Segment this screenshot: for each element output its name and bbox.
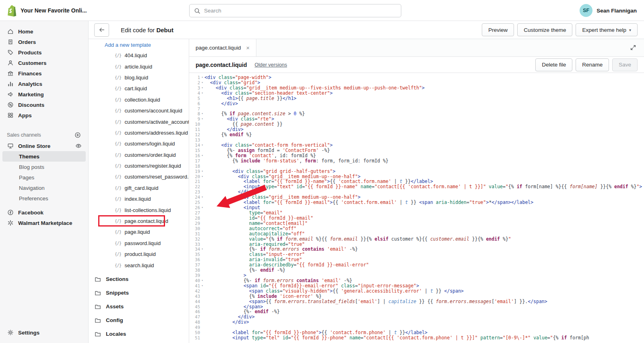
code-line[interactable]: 10 {{ page.content }} xyxy=(189,122,644,127)
sidebar-item-discounts[interactable]: Discounts xyxy=(0,100,88,110)
file-index-liquid[interactable]: {/}index.liquid xyxy=(89,193,189,204)
code-line[interactable]: 11 </div> xyxy=(189,127,644,132)
rename-button[interactable]: Rename xyxy=(576,58,609,71)
customize-theme-button[interactable]: Customize theme xyxy=(517,23,572,36)
file-product-liquid[interactable]: {/}product.liquid xyxy=(89,249,189,260)
fold-arrow-icon[interactable]: ▾ xyxy=(200,153,204,158)
file-customers-activate-account-liquid[interactable]: {/}customers/activate_account.liquid xyxy=(89,116,189,127)
file-customers-login-liquid[interactable]: {/}customers/login.liquid xyxy=(89,138,189,149)
sidebar-item-label: Walmart Marketplace xyxy=(18,220,72,226)
fold-arrow-icon[interactable]: ▾ xyxy=(200,195,204,200)
fold-arrow-icon[interactable]: ▾ xyxy=(200,169,204,174)
fold-arrow-icon[interactable]: ▾ xyxy=(200,91,204,96)
file-customers-account-liquid[interactable]: {/}customers/account.liquid xyxy=(89,105,189,116)
sidebar-item-label: Blog posts xyxy=(19,164,44,170)
fold-arrow-icon[interactable]: ▾ xyxy=(200,143,204,148)
code-line[interactable]: 48 </div> xyxy=(189,320,644,325)
sidebar-item-customers[interactable]: Customers xyxy=(0,58,88,68)
add-sales-channel-icon[interactable] xyxy=(74,132,81,138)
fold-arrow-icon xyxy=(200,221,204,226)
search-input[interactable]: Search xyxy=(189,4,401,17)
code-line[interactable]: 12 {% endif %} xyxy=(189,132,644,137)
code-area[interactable]: 1▾<div class="page-width">2▾ <div class=… xyxy=(189,73,644,343)
user-name: Sean Flannigan xyxy=(597,8,637,14)
sidebar-item-preferences[interactable]: Preferences xyxy=(2,193,86,204)
older-versions-link[interactable]: Older versions xyxy=(255,62,287,68)
user-menu[interactable]: SF Sean Flannigan xyxy=(580,4,637,17)
shopify-logo-icon[interactable] xyxy=(6,4,17,17)
search-placeholder: Search xyxy=(204,8,221,14)
save-button[interactable]: Save xyxy=(612,58,638,71)
folder-assets[interactable]: Assets xyxy=(89,300,189,314)
code-line[interactable]: 46 {%- endif -%} xyxy=(189,309,644,314)
file-collection-liquid[interactable]: {/}collection.liquid xyxy=(89,94,189,105)
sidebar-item-facebook[interactable]: Facebook xyxy=(0,207,88,218)
file-page-contact-liquid[interactable]: {/}page.contact.liquid xyxy=(89,216,189,227)
folder-sections[interactable]: Sections xyxy=(89,272,189,286)
folder-config[interactable]: Config xyxy=(89,314,189,327)
file-customers-register-liquid[interactable]: {/}customers/register.liquid xyxy=(89,160,189,171)
fold-arrow-icon[interactable]: ▾ xyxy=(200,111,204,116)
back-button[interactable] xyxy=(94,23,109,37)
file-list-collections-liquid[interactable]: {/}list-collections.liquid xyxy=(89,204,189,215)
fold-arrow-icon xyxy=(200,257,204,262)
fold-arrow-icon[interactable]: ▾ xyxy=(200,80,204,85)
folder-snippets[interactable]: Snippets xyxy=(89,286,189,300)
fold-arrow-icon[interactable]: ▾ xyxy=(200,75,204,80)
code-line[interactable]: 6 </div> xyxy=(189,101,644,106)
file-blog-liquid[interactable]: {/}blog.liquid xyxy=(89,72,189,83)
sidebar-item-home[interactable]: Home xyxy=(0,26,88,37)
file-customers-addresses-liquid[interactable]: {/}customers/addresses.liquid xyxy=(89,127,189,138)
fold-arrow-icon[interactable]: ▾ xyxy=(200,85,204,91)
sidebar-item-marketing[interactable]: Marketing xyxy=(0,89,88,100)
line-number: 41 xyxy=(189,283,200,289)
sidebar-item-apps[interactable]: Apps xyxy=(0,110,88,121)
delete-file-button[interactable]: Delete file xyxy=(535,58,572,71)
store-name[interactable]: Your New Favorite Onli... xyxy=(21,7,87,14)
code-line[interactable]: 51 <input type="tel" id="{{ formId }}-ph… xyxy=(189,335,644,341)
add-template-link[interactable]: Add a new template xyxy=(89,39,189,50)
sidebar-item-analytics[interactable]: Analytics xyxy=(0,79,88,89)
fold-arrow-icon[interactable]: ▾ xyxy=(200,283,204,289)
folder-locales[interactable]: Locales xyxy=(89,327,189,341)
code-line[interactable]: 38 {%- endif -%} xyxy=(189,268,644,273)
code-line[interactable]: 17 {% include 'form-status', form: form,… xyxy=(189,158,644,164)
code-line[interactable]: 47 </div> xyxy=(189,314,644,320)
file-404-liquid[interactable]: {/}404.liquid xyxy=(89,50,189,61)
fold-arrow-icon[interactable]: ▾ xyxy=(200,116,204,122)
sidebar-item-walmart-marketplace[interactable]: Walmart Marketplace xyxy=(0,218,88,228)
tab-page-contact-liquid[interactable]: page.contact.liquid × xyxy=(189,39,256,56)
fold-arrow-icon[interactable]: ▾ xyxy=(200,247,204,252)
file-article-liquid[interactable]: {/}article.liquid xyxy=(89,61,189,72)
code-line[interactable]: 5 <h1>{{ page.title }}</h1> xyxy=(189,96,644,101)
sidebar-item-online-store[interactable]: Online Store xyxy=(0,141,88,151)
sidebar-item-orders[interactable]: Orders xyxy=(0,37,88,47)
file-name-label: blog.liquid xyxy=(125,75,149,81)
expert-theme-help-button[interactable]: Expert theme help▾ xyxy=(576,23,638,36)
code-line[interactable]: 22 <input type="text" id="{{ formId }}-n… xyxy=(189,184,644,189)
file-gift-card-liquid[interactable]: {/}gift_card.liquid xyxy=(89,183,189,193)
line-number: 44 xyxy=(189,299,200,304)
sidebar-item-products[interactable]: Products xyxy=(0,47,88,58)
sidebar-item-blog-posts[interactable]: Blog posts xyxy=(2,162,86,172)
sidebar-item-settings[interactable]: Settings xyxy=(0,327,88,338)
view-store-eye-icon[interactable] xyxy=(75,143,82,149)
sidebar-item-themes[interactable]: Themes xyxy=(2,151,86,162)
close-icon[interactable]: × xyxy=(246,45,250,51)
line-number: 37 xyxy=(189,262,200,268)
expand-editor-icon[interactable] xyxy=(630,44,637,52)
file-page-liquid[interactable]: {/}page.liquid xyxy=(89,227,189,237)
file-search-liquid[interactable]: {/}search.liquid xyxy=(89,260,189,270)
fold-arrow-icon[interactable]: ▾ xyxy=(200,174,204,179)
sidebar-item-finances[interactable]: Finances xyxy=(0,68,88,79)
file-password-liquid[interactable]: {/}password.liquid xyxy=(89,238,189,249)
topbar: Your New Favorite Onli... Search SF Sean… xyxy=(0,0,644,21)
file-customers-reset-password-liquid[interactable]: {/}customers/reset_password.liquid xyxy=(89,171,189,182)
fold-arrow-icon[interactable]: ▾ xyxy=(200,278,204,283)
file-customers-order-liquid[interactable]: {/}customers/order.liquid xyxy=(89,150,189,160)
file-cart-liquid[interactable]: {/}cart.liquid xyxy=(89,83,189,94)
sidebar-item-pages[interactable]: Pages xyxy=(2,172,86,183)
fold-arrow-icon[interactable]: ▾ xyxy=(200,205,204,210)
sidebar-item-navigation[interactable]: Navigation xyxy=(2,183,86,193)
preview-button[interactable]: Preview xyxy=(482,23,514,36)
